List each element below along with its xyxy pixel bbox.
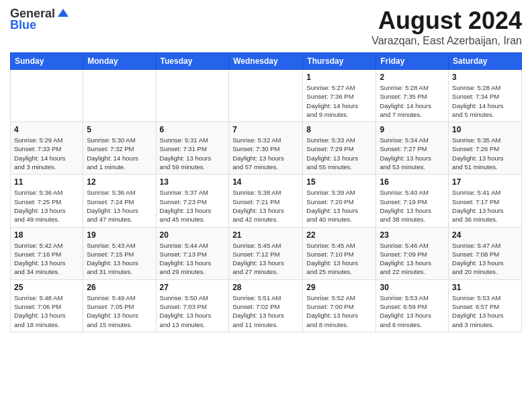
day-number: 22 <box>306 230 372 240</box>
calendar-cell: 28Sunrise: 5:51 AM Sunset: 7:02 PM Dayli… <box>229 279 303 332</box>
day-number: 23 <box>380 230 445 240</box>
day-number: 30 <box>380 283 445 292</box>
calendar-cell: 8Sunrise: 5:33 AM Sunset: 7:29 PM Daylig… <box>303 122 376 175</box>
day-info: Sunrise: 5:46 AM Sunset: 7:09 PM Dayligh… <box>380 241 445 277</box>
day-number: 20 <box>160 230 226 240</box>
title-section: August 2024 Varazqan, East Azerbaijan, I… <box>371 7 522 47</box>
calendar-cell: 5Sunrise: 5:30 AM Sunset: 7:32 PM Daylig… <box>83 122 156 175</box>
logo-icon <box>56 7 70 21</box>
weekday-header-monday: Monday <box>83 53 156 70</box>
month-title: August 2024 <box>371 7 522 35</box>
day-number: 10 <box>452 125 518 134</box>
day-info: Sunrise: 5:36 AM Sunset: 7:25 PM Dayligh… <box>14 188 79 224</box>
day-number: 21 <box>232 230 299 240</box>
calendar-cell: 16Sunrise: 5:40 AM Sunset: 7:19 PM Dayli… <box>376 175 449 227</box>
day-number: 7 <box>232 125 299 134</box>
day-info: Sunrise: 5:32 AM Sunset: 7:30 PM Dayligh… <box>232 136 299 171</box>
day-number: 6 <box>160 125 226 134</box>
calendar-cell: 13Sunrise: 5:37 AM Sunset: 7:23 PM Dayli… <box>156 175 229 227</box>
calendar-cell: 3Sunrise: 5:28 AM Sunset: 7:34 PM Daylig… <box>449 70 522 122</box>
calendar-cell: 10Sunrise: 5:35 AM Sunset: 7:26 PM Dayli… <box>449 122 522 175</box>
day-number: 18 <box>14 230 79 240</box>
day-number: 8 <box>306 125 372 134</box>
calendar-cell: 30Sunrise: 5:53 AM Sunset: 6:59 PM Dayli… <box>376 279 449 332</box>
calendar-week-4: 18Sunrise: 5:42 AM Sunset: 7:16 PM Dayli… <box>11 227 522 279</box>
calendar-cell: 26Sunrise: 5:49 AM Sunset: 7:05 PM Dayli… <box>83 279 156 332</box>
day-info: Sunrise: 5:45 AM Sunset: 7:12 PM Dayligh… <box>232 241 299 277</box>
calendar-cell <box>229 70 303 122</box>
day-number: 3 <box>452 73 518 82</box>
weekday-header-saturday: Saturday <box>449 53 522 70</box>
day-info: Sunrise: 5:50 AM Sunset: 7:03 PM Dayligh… <box>160 293 226 329</box>
day-number: 17 <box>452 177 518 187</box>
weekday-header-friday: Friday <box>376 53 449 70</box>
calendar-cell: 14Sunrise: 5:38 AM Sunset: 7:21 PM Dayli… <box>229 175 303 227</box>
day-info: Sunrise: 5:43 AM Sunset: 7:15 PM Dayligh… <box>87 241 152 277</box>
day-info: Sunrise: 5:34 AM Sunset: 7:27 PM Dayligh… <box>380 136 445 171</box>
day-number: 28 <box>232 283 299 292</box>
calendar-cell: 31Sunrise: 5:53 AM Sunset: 6:57 PM Dayli… <box>449 279 522 332</box>
calendar-cell <box>156 70 229 122</box>
day-number: 1 <box>306 73 372 82</box>
day-info: Sunrise: 5:41 AM Sunset: 7:17 PM Dayligh… <box>452 188 518 224</box>
calendar-cell: 9Sunrise: 5:34 AM Sunset: 7:27 PM Daylig… <box>376 122 449 175</box>
day-number: 13 <box>160 177 226 187</box>
day-number: 5 <box>87 125 152 134</box>
calendar-week-2: 4Sunrise: 5:29 AM Sunset: 7:33 PM Daylig… <box>11 122 522 175</box>
day-number: 4 <box>14 125 79 134</box>
weekday-header-wednesday: Wednesday <box>229 53 303 70</box>
calendar-cell: 24Sunrise: 5:47 AM Sunset: 7:08 PM Dayli… <box>449 227 522 279</box>
calendar-cell: 20Sunrise: 5:44 AM Sunset: 7:13 PM Dayli… <box>156 227 229 279</box>
location-subtitle: Varazqan, East Azerbaijan, Iran <box>371 35 522 47</box>
calendar-cell: 12Sunrise: 5:36 AM Sunset: 7:24 PM Dayli… <box>83 175 156 227</box>
day-info: Sunrise: 5:33 AM Sunset: 7:29 PM Dayligh… <box>306 136 372 171</box>
day-info: Sunrise: 5:30 AM Sunset: 7:32 PM Dayligh… <box>87 136 152 171</box>
day-number: 31 <box>452 283 518 292</box>
calendar-cell: 11Sunrise: 5:36 AM Sunset: 7:25 PM Dayli… <box>11 175 83 227</box>
calendar-cell: 4Sunrise: 5:29 AM Sunset: 7:33 PM Daylig… <box>11 122 83 175</box>
svg-marker-0 <box>58 9 69 17</box>
day-info: Sunrise: 5:31 AM Sunset: 7:31 PM Dayligh… <box>160 136 226 171</box>
calendar-week-1: 1Sunrise: 5:27 AM Sunset: 7:36 PM Daylig… <box>11 70 522 122</box>
weekday-header-sunday: Sunday <box>11 53 83 70</box>
calendar-cell: 19Sunrise: 5:43 AM Sunset: 7:15 PM Dayli… <box>83 227 156 279</box>
day-info: Sunrise: 5:52 AM Sunset: 7:00 PM Dayligh… <box>306 293 372 329</box>
day-info: Sunrise: 5:37 AM Sunset: 7:23 PM Dayligh… <box>160 188 226 224</box>
day-info: Sunrise: 5:35 AM Sunset: 7:26 PM Dayligh… <box>452 136 518 171</box>
day-number: 24 <box>452 230 518 240</box>
calendar-cell <box>83 70 156 122</box>
day-number: 14 <box>232 177 299 187</box>
day-info: Sunrise: 5:42 AM Sunset: 7:16 PM Dayligh… <box>14 241 79 277</box>
day-info: Sunrise: 5:48 AM Sunset: 7:06 PM Dayligh… <box>14 293 79 329</box>
day-number: 11 <box>14 177 79 187</box>
calendar-cell: 7Sunrise: 5:32 AM Sunset: 7:30 PM Daylig… <box>229 122 303 175</box>
weekday-header-thursday: Thursday <box>303 53 376 70</box>
day-info: Sunrise: 5:51 AM Sunset: 7:02 PM Dayligh… <box>232 293 299 329</box>
day-number: 25 <box>14 283 79 292</box>
calendar-cell: 17Sunrise: 5:41 AM Sunset: 7:17 PM Dayli… <box>449 175 522 227</box>
calendar-cell: 27Sunrise: 5:50 AM Sunset: 7:03 PM Dayli… <box>156 279 229 332</box>
calendar-week-5: 25Sunrise: 5:48 AM Sunset: 7:06 PM Dayli… <box>11 279 522 332</box>
logo: General Blue <box>10 7 70 32</box>
weekday-header-row: SundayMondayTuesdayWednesdayThursdayFrid… <box>11 53 522 70</box>
calendar-cell: 23Sunrise: 5:46 AM Sunset: 7:09 PM Dayli… <box>376 227 449 279</box>
day-info: Sunrise: 5:44 AM Sunset: 7:13 PM Dayligh… <box>160 241 226 277</box>
calendar-cell: 21Sunrise: 5:45 AM Sunset: 7:12 PM Dayli… <box>229 227 303 279</box>
calendar-cell: 22Sunrise: 5:45 AM Sunset: 7:10 PM Dayli… <box>303 227 376 279</box>
day-number: 29 <box>306 283 372 292</box>
calendar-cell: 2Sunrise: 5:28 AM Sunset: 7:35 PM Daylig… <box>376 70 449 122</box>
day-info: Sunrise: 5:36 AM Sunset: 7:24 PM Dayligh… <box>87 188 152 224</box>
calendar-cell: 18Sunrise: 5:42 AM Sunset: 7:16 PM Dayli… <box>11 227 83 279</box>
day-info: Sunrise: 5:40 AM Sunset: 7:19 PM Dayligh… <box>380 188 445 224</box>
day-number: 26 <box>87 283 152 292</box>
day-info: Sunrise: 5:27 AM Sunset: 7:36 PM Dayligh… <box>306 83 372 119</box>
day-info: Sunrise: 5:29 AM Sunset: 7:33 PM Dayligh… <box>14 136 79 171</box>
day-info: Sunrise: 5:28 AM Sunset: 7:35 PM Dayligh… <box>380 83 445 119</box>
day-info: Sunrise: 5:53 AM Sunset: 6:59 PM Dayligh… <box>380 293 445 329</box>
day-info: Sunrise: 5:38 AM Sunset: 7:21 PM Dayligh… <box>232 188 299 224</box>
day-number: 15 <box>306 177 372 187</box>
calendar-cell: 15Sunrise: 5:39 AM Sunset: 7:20 PM Dayli… <box>303 175 376 227</box>
day-number: 12 <box>87 177 152 187</box>
day-number: 9 <box>380 125 445 134</box>
day-info: Sunrise: 5:39 AM Sunset: 7:20 PM Dayligh… <box>306 188 372 224</box>
